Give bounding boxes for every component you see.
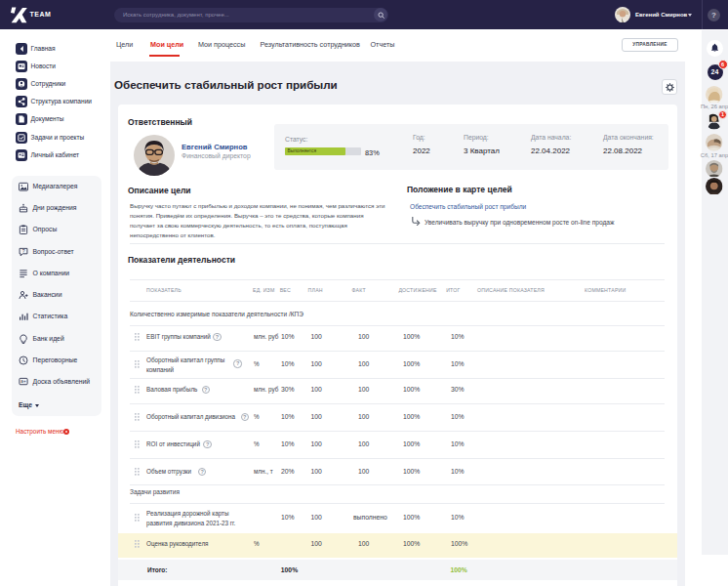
svg-text:?: ? xyxy=(22,247,25,253)
svg-text:a+: a+ xyxy=(20,379,26,384)
